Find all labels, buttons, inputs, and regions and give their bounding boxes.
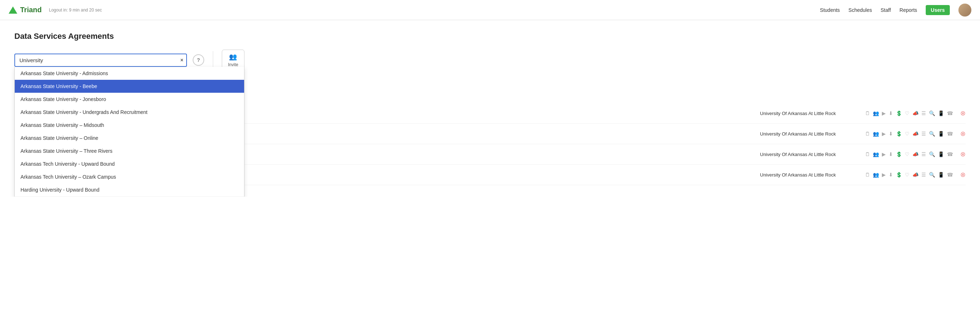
logo-triangle-icon <box>9 6 17 14</box>
header-left: Triand Logout in: 9 min and 20 sec <box>9 6 102 14</box>
logo-text: Triand <box>20 6 42 14</box>
users-icon-row-3[interactable]: 👥 <box>873 172 879 178</box>
avatar-image <box>958 3 971 16</box>
invite-users-icon: 👥 <box>229 53 237 61</box>
megaphone-icon-row-2[interactable]: 📣 <box>912 151 918 157</box>
row-icons-1: 🗒👥▶⬇💲♡📣☰🔍📱☎ <box>865 131 953 137</box>
row-icons-3: 🗒👥▶⬇💲♡📣☰🔍📱☎ <box>865 172 953 178</box>
list-icon-row-0[interactable]: ☰ <box>921 110 926 116</box>
dollar-icon-row-0[interactable]: 💲 <box>896 110 902 116</box>
row-org-wrap-2: University Of Arkansas At Little Rock <box>760 152 861 157</box>
dropdown-item-2[interactable]: Arkansas State University - Jonesboro <box>15 93 244 106</box>
main-nav: StudentsSchedulesStaffReportsUsers <box>820 3 971 16</box>
row-org-2: University Of Arkansas At Little Rock <box>760 152 861 157</box>
row-org-wrap-1: University Of Arkansas At Little Rock <box>760 131 861 137</box>
dropdown-item-5[interactable]: Arkansas State University – Online <box>15 132 244 145</box>
play-icon-row-0[interactable]: ▶ <box>882 110 886 116</box>
search-icon-row-0[interactable]: 🔍 <box>929 110 935 116</box>
phone-icon-row-3[interactable]: ☎ <box>947 172 953 178</box>
users-icon-row-0[interactable]: 👥 <box>873 110 879 116</box>
dropdown-item-7[interactable]: Arkansas Tech University - Upward Bound <box>15 158 244 171</box>
megaphone-icon-row-3[interactable]: 📣 <box>912 172 918 178</box>
list-icon-row-1[interactable]: ☰ <box>921 131 926 137</box>
nav-item-schedules[interactable]: Schedules <box>848 7 872 13</box>
row-icons-0: 🗒👥▶⬇💲♡📣☰🔍📱☎ <box>865 110 953 116</box>
dropdown-list: Arkansas State University - AdmissionsAr… <box>14 67 245 197</box>
download-icon-row-3[interactable]: ⬇ <box>889 172 893 178</box>
row-org-wrap-3: University Of Arkansas At Little Rock <box>760 172 861 178</box>
controls-row: × Arkansas State University - Admissions… <box>14 49 966 70</box>
dropdown-item-6[interactable]: Arkansas State University – Three Rivers <box>15 145 244 158</box>
phone-cell-icon-row-2[interactable]: 📱 <box>938 151 944 157</box>
file-icon-row-0[interactable]: 🗒 <box>865 110 870 116</box>
heart-icon-row-3[interactable]: ♡ <box>905 172 910 178</box>
page-content: Data Services Agreements × Arkansas Stat… <box>0 20 980 197</box>
file-icon-row-3[interactable]: 🗒 <box>865 172 870 178</box>
nav-item-reports[interactable]: Reports <box>899 7 917 13</box>
list-icon-row-3[interactable]: ☰ <box>921 172 926 178</box>
search-wrapper: × <box>14 54 187 67</box>
users-icon-row-2[interactable]: 👥 <box>873 151 879 157</box>
vertical-divider <box>213 51 213 69</box>
heart-icon-row-0[interactable]: ♡ <box>905 110 910 116</box>
file-icon-row-2[interactable]: 🗒 <box>865 151 870 157</box>
search-clear-button[interactable]: × <box>180 57 183 63</box>
play-icon-row-3[interactable]: ▶ <box>882 172 886 178</box>
row-org-3: University Of Arkansas At Little Rock <box>760 172 861 178</box>
dropdown-item-9[interactable]: Harding University - Upward Bound <box>15 183 244 196</box>
search-input[interactable] <box>14 54 187 67</box>
heart-icon-row-1[interactable]: ♡ <box>905 131 910 137</box>
dropdown-more-text: ...24 items not shown <box>15 196 244 197</box>
search-dropdown-container: × Arkansas State University - Admissions… <box>14 54 187 67</box>
row-remove-button-2[interactable]: ⊗ <box>960 150 966 158</box>
row-org-wrap-0: University Of Arkansas At Little Rock <box>760 111 861 116</box>
user-avatar[interactable] <box>958 3 971 16</box>
dollar-icon-row-3[interactable]: 💲 <box>896 172 902 178</box>
download-icon-row-1[interactable]: ⬇ <box>889 131 893 137</box>
phone-cell-icon-row-0[interactable]: 📱 <box>938 110 944 116</box>
phone-icon-row-0[interactable]: ☎ <box>947 110 953 116</box>
dropdown-item-4[interactable]: Arkansas State University – Midsouth <box>15 119 244 132</box>
dropdown-item-3[interactable]: Arkansas State University - Undergrads A… <box>15 106 244 119</box>
row-remove-button-1[interactable]: ⊗ <box>960 130 966 138</box>
search-icon-row-3[interactable]: 🔍 <box>929 172 935 178</box>
phone-icon-row-2[interactable]: ☎ <box>947 151 953 157</box>
megaphone-icon-row-1[interactable]: 📣 <box>912 131 918 137</box>
dropdown-item-0[interactable]: Arkansas State University - Admissions <box>15 67 244 80</box>
logout-timer: Logout in: 9 min and 20 sec <box>49 8 102 13</box>
dollar-icon-row-1[interactable]: 💲 <box>896 131 902 137</box>
search-icon-row-1[interactable]: 🔍 <box>929 131 935 137</box>
download-icon-row-0[interactable]: ⬇ <box>889 110 893 116</box>
dollar-icon-row-2[interactable]: 💲 <box>896 151 902 157</box>
row-org-0: University Of Arkansas At Little Rock <box>760 111 861 116</box>
search-icon-row-2[interactable]: 🔍 <box>929 151 935 157</box>
file-icon-row-1[interactable]: 🗒 <box>865 131 870 137</box>
list-icon-row-2[interactable]: ☰ <box>921 151 926 157</box>
dropdown-item-1[interactable]: Arkansas State University - Beebe <box>15 80 244 93</box>
row-org-1: University Of Arkansas At Little Rock <box>760 131 861 137</box>
header: Triand Logout in: 9 min and 20 sec Stude… <box>0 0 980 20</box>
page-title: Data Services Agreements <box>14 32 966 41</box>
phone-icon-row-1[interactable]: ☎ <box>947 131 953 137</box>
play-icon-row-2[interactable]: ▶ <box>882 151 886 157</box>
download-icon-row-2[interactable]: ⬇ <box>889 151 893 157</box>
phone-cell-icon-row-1[interactable]: 📱 <box>938 131 944 137</box>
heart-icon-row-2[interactable]: ♡ <box>905 151 910 157</box>
nav-item-users[interactable]: Users <box>926 5 950 15</box>
row-remove-button-3[interactable]: ⊗ <box>960 171 966 179</box>
users-icon-row-1[interactable]: 👥 <box>873 131 879 137</box>
logo[interactable]: Triand <box>9 6 42 14</box>
phone-cell-icon-row-3[interactable]: 📱 <box>938 172 944 178</box>
nav-item-staff[interactable]: Staff <box>881 7 891 13</box>
play-icon-row-1[interactable]: ▶ <box>882 131 886 137</box>
nav-item-students[interactable]: Students <box>820 7 840 13</box>
row-remove-button-0[interactable]: ⊗ <box>960 109 966 117</box>
megaphone-icon-row-0[interactable]: 📣 <box>912 110 918 116</box>
row-icons-2: 🗒👥▶⬇💲♡📣☰🔍📱☎ <box>865 151 953 157</box>
dropdown-item-8[interactable]: Arkansas Tech University – Ozark Campus <box>15 171 244 183</box>
help-button[interactable]: ? <box>193 54 204 66</box>
